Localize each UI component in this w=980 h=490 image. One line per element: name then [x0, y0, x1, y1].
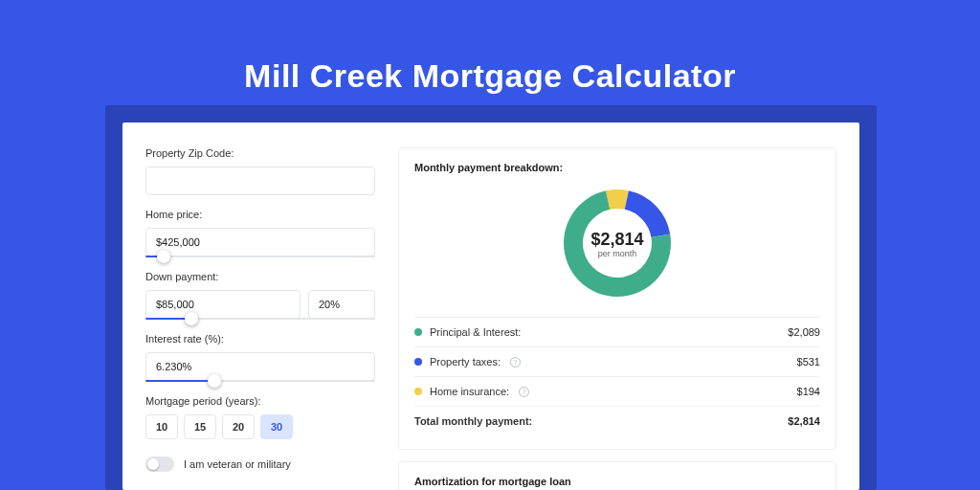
form-panel: Property Zip Code: Home price: Down paym… — [145, 147, 375, 490]
amortization-title: Amortization for mortgage loan — [414, 476, 820, 487]
legend-label-insurance: Home insurance: — [430, 386, 509, 397]
info-icon[interactable]: ? — [510, 357, 521, 368]
results-column: Monthly payment breakdown: $2,814 per mo… — [398, 147, 836, 490]
period-option-20[interactable]: 20 — [222, 414, 255, 439]
donut-center-amount: $2,814 — [590, 230, 643, 249]
zip-field-group: Property Zip Code: — [145, 147, 375, 195]
legend-value-insurance: $194 — [797, 386, 820, 397]
donut-segment-insurance — [606, 189, 629, 210]
amortization-panel: Amortization for mortgage loan Amortizat… — [398, 461, 836, 490]
donut-chart: $2,814 per month — [414, 183, 820, 303]
page-title: Mill Creek Mortgage Calculator — [0, 57, 980, 95]
veteran-toggle-knob — [147, 458, 159, 470]
legend-row-insurance: Home insurance: ? $194 — [414, 376, 820, 406]
period-label: Mortgage period (years): — [145, 395, 375, 407]
period-option-10[interactable]: 10 — [145, 414, 178, 439]
period-row: 10 15 20 30 — [145, 414, 375, 439]
legend-row-principal: Principal & Interest: $2,089 — [414, 317, 820, 346]
legend-label-principal: Principal & Interest: — [430, 326, 521, 338]
interest-slider-thumb[interactable] — [208, 374, 221, 388]
info-icon[interactable]: ? — [519, 387, 529, 397]
legend-dot-insurance — [414, 388, 422, 395]
legend-value-total: $2,814 — [788, 415, 820, 427]
interest-label: Interest rate (%): — [145, 333, 375, 345]
home-price-slider-thumb[interactable] — [157, 250, 170, 263]
period-option-15[interactable]: 15 — [184, 414, 216, 439]
calculator-app: Property Zip Code: Home price: Down paym… — [122, 122, 859, 490]
down-payment-slider[interactable] — [145, 318, 375, 320]
legend-row-taxes: Property taxes: ? $531 — [414, 346, 820, 376]
down-payment-input[interactable] — [145, 290, 301, 319]
breakdown-title: Monthly payment breakdown: — [414, 162, 820, 173]
down-payment-pct-input[interactable] — [308, 290, 375, 319]
legend-label-total: Total monthly payment: — [414, 415, 532, 427]
legend-label-taxes: Property taxes: — [430, 356, 501, 368]
zip-label: Property Zip Code: — [145, 147, 375, 159]
breakdown-panel: Monthly payment breakdown: $2,814 per mo… — [398, 147, 836, 450]
home-price-label: Home price: — [145, 209, 375, 220]
veteran-toggle-label: I am veteran or military — [184, 458, 291, 470]
legend-value-taxes: $531 — [797, 356, 820, 368]
legend-value-principal: $2,089 — [788, 326, 820, 338]
interest-slider-fill — [145, 380, 214, 382]
donut-chart-svg: $2,814 per month — [557, 183, 678, 303]
interest-slider[interactable] — [145, 380, 375, 382]
zip-input[interactable] — [145, 167, 375, 195]
down-payment-label: Down payment: — [145, 271, 375, 282]
legend-dot-taxes — [414, 358, 422, 366]
down-payment-slider-thumb[interactable] — [185, 312, 198, 325]
period-option-30[interactable]: 30 — [260, 414, 293, 439]
interest-input[interactable] — [145, 352, 375, 381]
home-price-input[interactable] — [145, 228, 375, 256]
legend-dot-principal — [414, 328, 422, 336]
interest-field-group: Interest rate (%): — [145, 333, 375, 382]
legend-row-total: Total monthly payment: $2,814 — [414, 406, 820, 435]
period-field-group: Mortgage period (years): 10 15 20 30 — [145, 395, 375, 439]
home-price-slider[interactable] — [145, 256, 375, 257]
veteran-toggle-row: I am veteran or military — [145, 457, 375, 472]
donut-center-sub: per month — [598, 249, 637, 258]
down-payment-field-group: Down payment: — [145, 271, 375, 320]
home-price-field-group: Home price: — [145, 209, 375, 257]
veteran-toggle[interactable] — [145, 457, 174, 472]
